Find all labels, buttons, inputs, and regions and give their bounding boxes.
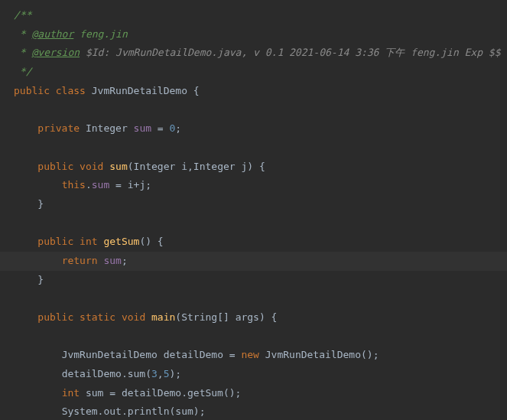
code-line: */: [14, 63, 507, 82]
javadoc-end: */: [14, 66, 31, 77]
code-line: }: [14, 195, 507, 214]
code-line-blank: [14, 289, 507, 308]
class-name: JvmRunDetailDemo: [92, 85, 187, 96]
code-line-blank: [14, 138, 507, 158]
code-editor[interactable]: /** * @author feng.jin * @version $Id: J…: [0, 0, 507, 420]
javadoc-tag-version: @version: [31, 47, 80, 58]
code-line: public int getSum() {: [14, 233, 507, 252]
code-line: public void sum(Integer i,Integer j) {: [14, 158, 507, 177]
code-line: * @author feng.jin: [14, 25, 507, 44]
code-line: System.out.println(sum);: [14, 402, 507, 420]
field-sum: sum: [134, 122, 151, 134]
method-sum: sum: [109, 161, 127, 172]
javadoc-tag-author: @author: [31, 28, 73, 40]
code-line-blank: [14, 100, 507, 119]
code-line: }: [14, 271, 507, 290]
code-line: * @version $Id: JvmRunDetailDemo.java, v…: [14, 44, 507, 63]
code-line: int sum = detailDemo.getSum();: [14, 384, 507, 403]
javadoc-start: /**: [14, 9, 31, 21]
code-line-blank: [14, 327, 507, 347]
code-line: public class JvmRunDetailDemo {: [14, 82, 507, 101]
code-line: /**: [14, 6, 507, 25]
code-line-highlighted: return sum;: [0, 252, 507, 271]
method-getsum: getSum: [103, 236, 139, 247]
code-line: JvmRunDetailDemo detailDemo = new JvmRun…: [14, 346, 507, 365]
method-main: main: [151, 311, 175, 323]
code-line: detailDemo.sum(3,5);: [14, 365, 507, 384]
code-line: public static void main(String[] args) {: [14, 308, 507, 327]
code-line: private Integer sum = 0;: [14, 119, 507, 138]
code-line: this.sum = i+j;: [14, 176, 507, 195]
code-line-blank: [14, 214, 507, 233]
